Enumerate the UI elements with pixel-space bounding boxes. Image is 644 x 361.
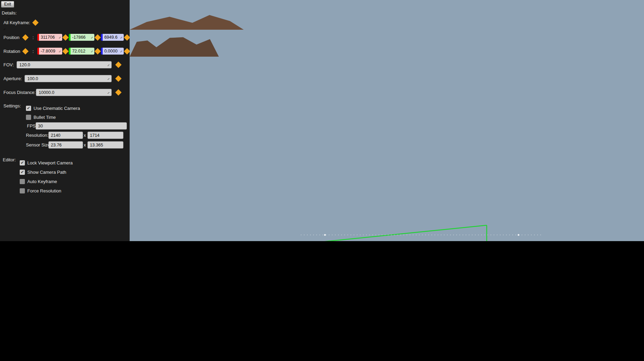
- rotation-label: Rotation: [3, 49, 23, 54]
- aperture-field[interactable]: 100.0↔: [25, 75, 112, 82]
- aperture-label: Aperture:: [3, 76, 22, 81]
- focus-distance-row: Focus Distance: 10000.0↔: [3, 89, 127, 96]
- resolution-width-field[interactable]: 2140: [48, 132, 83, 139]
- pylon-panel: [130, 209, 150, 221]
- checkbox-show-camera-path[interactable]: ✔: [20, 170, 25, 175]
- rotation-row: Rotation : -7.8009↔ 72.012↔ 0.0000↔: [3, 47, 130, 55]
- editor-label: Editor:: [3, 157, 16, 162]
- position-keyframe-diamond-icon[interactable]: [22, 34, 28, 40]
- mountain-range: [130, 0, 216, 12]
- checkbox-force-resolution[interactable]: [20, 188, 25, 193]
- mountain-range: [130, 12, 244, 30]
- rotation-z-field[interactable]: 0.0000↔: [101, 48, 124, 55]
- aperture-diamond-icon[interactable]: [115, 75, 121, 82]
- pylon-panel: [130, 135, 156, 148]
- position-z-value: 6949.6: [104, 35, 118, 40]
- details-panel: Exit Details: All Keyframe: Position : 3…: [0, 0, 130, 241]
- checkbox-label-bullet-time: Bullet Time: [34, 115, 56, 120]
- position-y-diamond-icon[interactable]: [94, 34, 101, 40]
- fov-diamond-icon[interactable]: [115, 61, 121, 68]
- checkbox-label-use-cinematic-camera: Use Cinematic Camera: [34, 106, 80, 111]
- resolution-label: Resolution:: [26, 133, 48, 138]
- rotation-y-diamond-icon[interactable]: [94, 48, 101, 54]
- rotation-x-field[interactable]: -7.8009↔: [37, 48, 62, 55]
- aperture-row: Aperture: 100.0↔: [3, 75, 127, 83]
- position-y-value: -17866: [72, 35, 86, 40]
- resolution-height-field[interactable]: 1714: [87, 132, 123, 139]
- position-x-value: 311706: [41, 35, 55, 40]
- sensor-size-label: Sensor Size:: [26, 142, 52, 148]
- position-row: Position : 311706↔ -17866↔ 6949.6↔: [3, 34, 130, 41]
- pylon-tower: [130, 57, 134, 136]
- rotation-x-diamond-icon[interactable]: [62, 48, 68, 54]
- resize-handle-icon: ↔: [89, 35, 94, 40]
- rotation-y-field[interactable]: 72.012↔: [69, 48, 94, 55]
- rotation-z-value: 0.0000: [104, 49, 118, 54]
- camera-editor-app: Exit Details: All Keyframe: Position : 3…: [0, 0, 644, 361]
- exit-button[interactable]: Exit: [1, 1, 14, 8]
- focus-distance-field[interactable]: 10000.0↔: [36, 89, 112, 96]
- resize-handle-icon: ↔: [57, 49, 62, 54]
- rotation-z-diamond-icon[interactable]: [124, 48, 130, 54]
- checkbox-bullet-time[interactable]: [26, 115, 31, 120]
- checkbox-auto-keyframe[interactable]: [20, 179, 25, 184]
- checkbox-row-show-camera-path[interactable]: ✔Show Camera Path: [20, 169, 66, 175]
- position-x-field[interactable]: 311706↔: [37, 34, 62, 41]
- resize-handle-icon: ↔: [106, 63, 111, 67]
- resolution-separator: x: [84, 133, 86, 138]
- fps-field[interactable]: 30: [36, 122, 127, 130]
- position-x-diamond-icon[interactable]: [62, 34, 68, 40]
- fov-label: FOV:: [3, 62, 14, 67]
- checkbox-row-lock-viewport-camera[interactable]: ✔Lock Viewport Camera: [20, 160, 73, 166]
- mesa-silhouette: [130, 30, 219, 57]
- checkbox-label-lock-viewport-camera: Lock Viewport Camera: [27, 160, 73, 165]
- checkbox-label-auto-keyframe: Auto Keyframe: [27, 179, 57, 184]
- colon: :: [32, 49, 34, 54]
- checkbox-use-cinematic-camera[interactable]: ✔: [26, 106, 31, 111]
- fov-field[interactable]: 120.0↔: [17, 61, 112, 68]
- resize-handle-icon: ↔: [89, 49, 94, 54]
- camera-frustum-overlay: [130, 222, 644, 241]
- checkbox-label-show-camera-path: Show Camera Path: [27, 170, 66, 175]
- pylon-tower: [130, 146, 133, 210]
- rotation-x-value: -7.8009: [41, 49, 55, 54]
- fov-row: FOV: 120.0↔: [3, 61, 127, 69]
- focus-distance-diamond-icon[interactable]: [115, 89, 121, 95]
- checkbox-row-bullet-time[interactable]: Bullet Time: [26, 114, 56, 120]
- position-y-field[interactable]: -17866↔: [69, 34, 94, 41]
- position-z-field[interactable]: 6949.6↔: [101, 34, 124, 41]
- details-title: Details:: [2, 10, 17, 16]
- checkbox-row-force-resolution[interactable]: Force Resolution: [20, 188, 61, 194]
- rotation-y-value: 72.012: [72, 49, 85, 54]
- settings-label: Settings:: [3, 103, 21, 108]
- 3d-viewport[interactable]: S EXPERIMENTAL BUILD Early Access CL#176…: [130, 0, 644, 241]
- sensor-separator: x: [84, 142, 86, 148]
- colon: :: [32, 35, 34, 40]
- sensor-height-field[interactable]: 13.365: [87, 141, 123, 149]
- resize-handle-icon: ↔: [106, 76, 111, 81]
- sensor-width-field[interactable]: 23.76: [48, 141, 83, 149]
- resize-handle-icon: ↔: [119, 49, 123, 54]
- resize-handle-icon: ↔: [106, 90, 111, 95]
- checkbox-row-auto-keyframe[interactable]: Auto Keyframe: [20, 178, 57, 184]
- all-keyframe-diamond-icon[interactable]: [32, 19, 38, 26]
- resize-handle-icon: ↔: [119, 35, 123, 40]
- focus-distance-label: Focus Distance:: [3, 90, 36, 95]
- position-z-diamond-icon[interactable]: [124, 34, 130, 40]
- checkbox-row-use-cinematic-camera[interactable]: ✔Use Cinematic Camera: [26, 105, 80, 111]
- checkbox-lock-viewport-camera[interactable]: ✔: [20, 160, 25, 165]
- rotation-keyframe-diamond-icon[interactable]: [22, 48, 28, 54]
- resize-handle-icon: ↔: [57, 35, 62, 40]
- checkbox-label-force-resolution: Force Resolution: [27, 188, 61, 193]
